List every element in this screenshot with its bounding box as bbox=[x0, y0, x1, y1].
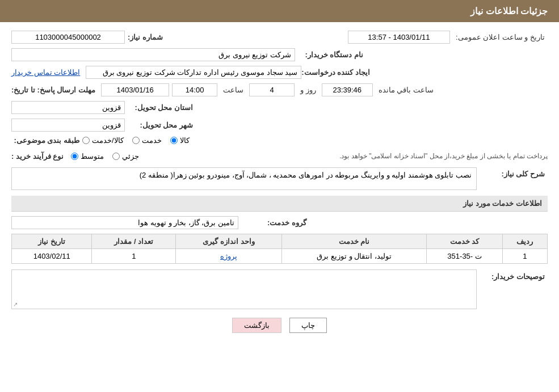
table-cell-tedad: 1 bbox=[92, 249, 176, 264]
saat-label: ساعت bbox=[223, 86, 243, 94]
tarikh-aalan-label: تاريخ و ساعت اعلان عمومی: bbox=[456, 33, 545, 41]
tabaqe-label: طبقه بندی موضوعی: bbox=[11, 136, 79, 145]
col-tedad: تعداد / مقدار bbox=[92, 234, 176, 249]
table-row: 1ت -35-351توليد، انتقال و توزيع برقپروژه… bbox=[12, 249, 548, 264]
sharh-label: شرح کلی نياز: bbox=[477, 167, 545, 178]
radio-kala-label: کالا bbox=[180, 136, 190, 145]
radio-kala[interactable]: کالا bbox=[170, 136, 190, 145]
shomara-niaz-value: 1103000045000002 bbox=[11, 31, 125, 44]
table-cell-unit[interactable]: پروژه bbox=[176, 249, 281, 264]
radio-jozi[interactable]: جزئي bbox=[112, 152, 139, 161]
radio-motevaset-label: متوسط bbox=[81, 152, 104, 161]
roz-value: 4 bbox=[249, 83, 295, 96]
radio-kala-input[interactable] bbox=[170, 137, 178, 144]
col-name: نام خدمت bbox=[281, 234, 427, 249]
radio-jozi-input[interactable] bbox=[112, 153, 120, 160]
ijad-konande-value: سيد سجاد موسوی رئيس اداره تدارکات شرکت ت… bbox=[86, 66, 301, 79]
gorohe-khadamat-value: تامين برق، گاز، بخار و تهويه هوا bbox=[11, 216, 238, 229]
baqi-mande-label: ساعت باقي مانده bbox=[379, 86, 434, 94]
mohlat-date-value: 1403/01/16 bbox=[101, 83, 169, 96]
shomara-niaz-label: شماره نياز: bbox=[128, 33, 163, 41]
radio-kala-khadamat-label: کالا/خدمت bbox=[92, 136, 124, 145]
page-title: جزئيات اطلاعات نياز bbox=[470, 6, 548, 16]
table-cell-code: ت -35-351 bbox=[427, 249, 502, 264]
table-cell-tarikh: 1403/02/11 bbox=[12, 249, 92, 264]
button-bar: چاپ بازگشت bbox=[11, 318, 548, 333]
mohlat-label: مهلت ارسال پاسخ: تا تاريخ: bbox=[11, 86, 95, 94]
shahr-label: شهر محل تحويل: bbox=[125, 121, 193, 129]
toshihat-field: ↗ bbox=[11, 269, 477, 309]
ettelaat-link[interactable]: اطلاعات تماس خريدار bbox=[11, 68, 80, 77]
table-cell-radif: 1 bbox=[502, 249, 547, 264]
back-button[interactable]: بازگشت bbox=[232, 318, 281, 333]
ostan-label: استان محل تحويل: bbox=[125, 103, 193, 112]
table-cell-name: توليد، انتقال و توزيع برق bbox=[281, 249, 427, 264]
ettelaat-khadamat-title: اطلاعات خدمات مورد نياز bbox=[11, 196, 548, 212]
radio-kala-khadamat-input[interactable] bbox=[82, 137, 90, 144]
farayand-label: نوع فرآيند خريد : bbox=[11, 152, 64, 161]
col-tarikh: تاريخ نياز bbox=[12, 234, 92, 249]
col-unit: واحد اندازه گيری bbox=[176, 234, 281, 249]
page-header: جزئيات اطلاعات نياز bbox=[0, 0, 559, 22]
radio-motevaset-input[interactable] bbox=[71, 153, 78, 160]
toshihat-label: توصيحات خريدار: bbox=[477, 269, 545, 281]
countdown-value: 23:39:46 bbox=[322, 83, 373, 96]
sharh-value: نصب تابلوی هوشمند اوليه و وايرينگ مربوطه… bbox=[11, 167, 477, 190]
gorohe-khadamat-label: گروه خدمت: bbox=[238, 218, 306, 227]
radio-jozi-label: جزئي bbox=[122, 152, 139, 161]
tarikh-aalan-value: 1403/01/11 - 13:57 bbox=[348, 31, 450, 44]
radio-khadamat[interactable]: خدمت bbox=[132, 136, 162, 145]
farayand-note: پرداخت تمام يا بخشی از مبلغ خريد،از محل … bbox=[145, 149, 548, 163]
radio-motevaset[interactable]: متوسط bbox=[71, 152, 104, 161]
ijad-konande-label: ايجاد کننده درخواست: bbox=[301, 68, 370, 77]
col-radif: رديف bbox=[502, 234, 547, 249]
shahr-value: قزوين bbox=[11, 119, 125, 132]
nam-dastgah-value: شرکت توزيع نيروی برق bbox=[11, 48, 295, 61]
nam-dastgah-label: نام دستگاه خريدار: bbox=[295, 50, 363, 59]
radio-kala-khadamat[interactable]: کالا/خدمت bbox=[82, 136, 124, 145]
saat-value: 14:00 bbox=[172, 83, 217, 96]
services-table: رديف کد خدمت نام خدمت واحد اندازه گيری ت… bbox=[11, 234, 548, 264]
roz-va-label: روز و bbox=[300, 86, 316, 94]
ostan-value: قزوين bbox=[11, 101, 125, 114]
radio-khadamat-input[interactable] bbox=[132, 137, 140, 144]
resize-icon: ↗ bbox=[13, 301, 18, 307]
col-code: کد خدمت bbox=[427, 234, 502, 249]
print-button[interactable]: چاپ bbox=[289, 318, 327, 333]
radio-khadamat-label: خدمت bbox=[142, 136, 162, 145]
